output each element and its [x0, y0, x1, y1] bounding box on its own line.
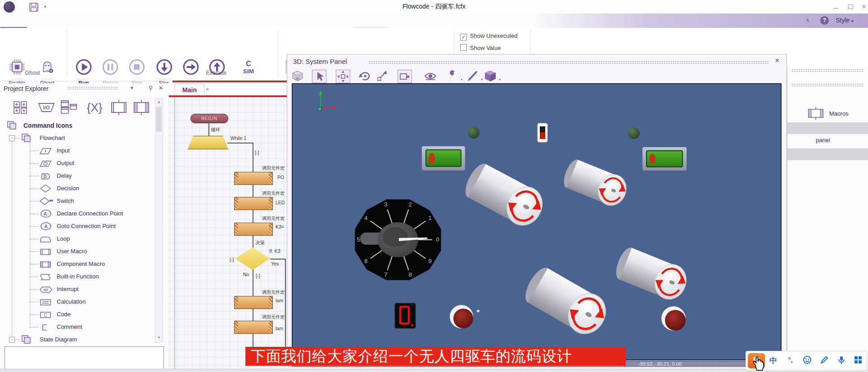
flow-component-macro[interactable] — [234, 197, 273, 210]
sim-icon: CSIM — [239, 58, 258, 76]
3d-viewport[interactable]: 0123456789 — [292, 83, 782, 360]
flow-macro-name: K3= — [276, 224, 284, 229]
flow-component-macro[interactable] — [234, 223, 273, 236]
chip-icon — [8, 58, 27, 76]
3d-tool-cube3d-icon[interactable]: 3D — [291, 70, 304, 82]
explorer-pin-icon[interactable]: ⚲ — [149, 85, 153, 91]
checkbox-show-value[interactable]: Show Value — [460, 44, 501, 51]
maximize-button[interactable] — [845, 3, 856, 11]
close-button[interactable]: ✕ — [858, 3, 868, 11]
style-caret-icon: ▾ — [851, 19, 854, 23]
explorer-tool-icon-4[interactable] — [109, 100, 129, 117]
flow-connector — [227, 143, 253, 143]
flow-component-macro[interactable] — [234, 321, 273, 334]
3d-tool-move-icon[interactable] — [336, 70, 350, 83]
flow-component-macro[interactable] — [234, 296, 273, 309]
checkbox-icon[interactable] — [460, 44, 467, 51]
right-panel-drag-dots[interactable] — [791, 83, 863, 87]
ime-pen-icon[interactable] — [816, 355, 833, 367]
seven-segment-display — [395, 303, 416, 328]
flow-yes-spine — [285, 259, 286, 347]
explorer-tool-icon-1[interactable]: I/O — [36, 100, 57, 117]
right-panel-row-panel[interactable]: panel — [816, 137, 830, 143]
3d-tool-rotate-icon[interactable] — [358, 70, 372, 82]
checkbox-icon[interactable]: ✓ — [460, 34, 467, 40]
declare-cp-icon: A: — [40, 210, 52, 222]
output-icon — [40, 159, 51, 172]
ime-punct-icon[interactable]: °‚ — [782, 355, 799, 367]
3d-system-panel-window[interactable]: 3D: System Panel ✕ 3D▾▾▾ 0123456789 -93.… — [287, 54, 787, 367]
axis-indicator — [318, 90, 337, 111]
ghost-icon — [38, 58, 57, 76]
3d-tool-brush-icon[interactable]: ▾ — [466, 70, 479, 82]
user-macro-icon — [40, 247, 51, 260]
ribbon-group-execute: Execute — [206, 70, 226, 76]
flow-begin[interactable]: BEGIN — [190, 114, 228, 123]
svg-text:9: 9 — [429, 258, 432, 264]
ime-icons: 中°‚ — [765, 355, 867, 367]
svg-text:7: 7 — [384, 271, 387, 278]
3d-tool-wrench-icon[interactable]: ▾ — [445, 70, 459, 82]
flow-macro-name: PO — [277, 175, 284, 180]
tree-expander[interactable]: − — [9, 135, 15, 141]
3d-tool-eye-icon[interactable] — [424, 70, 437, 82]
ime-smiley-icon[interactable] — [799, 355, 816, 367]
svg-text:INT: INT — [43, 288, 49, 291]
tree-scrollbar[interactable]: ▲ ▼ — [155, 98, 163, 343]
tree-guide — [30, 151, 39, 151]
tab-close-icon[interactable]: × — [206, 86, 209, 93]
tree-guide — [30, 226, 39, 227]
3d-panel-drag-dots[interactable] — [368, 61, 769, 64]
svg-text:D: D — [43, 174, 46, 179]
explorer-toolbar: I/O{X} — [0, 98, 169, 118]
minimize-button[interactable] — [830, 3, 842, 11]
flow-macro-name: lam — [276, 298, 283, 303]
tab-main[interactable]: Main — [175, 84, 204, 96]
3d-scene: 0123456789 — [293, 84, 781, 359]
3d-coordinates: -93.52, -30.21, 0.00 — [638, 361, 682, 367]
svg-text:{X}: {X} — [87, 101, 103, 114]
rocker-switch — [538, 123, 547, 142]
ime-mic-icon[interactable] — [833, 355, 850, 367]
3d-tool-select-icon[interactable] — [312, 70, 326, 83]
ime-grid-icon[interactable] — [850, 355, 867, 367]
scroll-down-icon[interactable]: ▼ — [155, 334, 163, 341]
green-led-sphere — [468, 127, 479, 139]
tree-expander[interactable]: − — [9, 337, 15, 343]
flow-decision[interactable] — [235, 247, 270, 270]
pages-icon — [21, 133, 32, 147]
scroll-up-icon[interactable]: ▲ — [155, 99, 163, 106]
explorer-drag-dots[interactable] — [68, 86, 118, 90]
style-menu[interactable]: Style ▾ — [836, 17, 854, 24]
flow-collapse[interactable]: [-] — [255, 150, 259, 155]
pause-icon — [101, 58, 120, 76]
explorer-tool-icon-0[interactable] — [11, 100, 29, 117]
3d-tool-region-icon[interactable] — [398, 70, 412, 83]
scroll-thumb[interactable] — [156, 107, 162, 132]
3d-tool-scale-icon[interactable] — [375, 70, 389, 82]
flow-collapse[interactable]: [-] — [230, 257, 234, 262]
flow-if-label: If. K3 — [269, 248, 280, 254]
explorer-close-icon[interactable]: ✕ — [158, 85, 163, 91]
ribbon-collapse-icon[interactable]: ∧ — [806, 17, 809, 23]
flow-component-macro[interactable] — [234, 172, 273, 185]
window-title: Flowcode - 四驱车.fcfx — [0, 3, 868, 11]
explorer-tool-icon-3[interactable]: {X} — [84, 100, 105, 117]
checkbox-show-unexecuted[interactable]: ✓Show Unexecuted — [460, 32, 518, 40]
flow-collapse[interactable]: [-] — [256, 273, 260, 278]
explorer-menu-caret-icon[interactable]: ▼ — [130, 85, 134, 90]
flow-decision-label: 决策 — [255, 240, 265, 246]
flow-macro-name: lam — [276, 326, 283, 331]
explorer-tool-icon-2[interactable] — [59, 100, 79, 117]
right-panel-row[interactable] — [787, 122, 868, 134]
ime-lang-icon[interactable]: 中 — [765, 355, 782, 367]
3d-tool-box-icon[interactable]: ▾ — [484, 70, 497, 82]
right-panel-drag-dots[interactable] — [791, 69, 863, 72]
right-panel-row[interactable] — [787, 148, 868, 160]
explorer-tool-icon-5[interactable] — [131, 100, 151, 117]
help-icon[interactable]: ? — [820, 16, 829, 25]
flow-loop[interactable] — [188, 136, 228, 149]
taskbar-edge[interactable] — [0, 369, 868, 372]
3d-panel-close-icon[interactable]: ✕ — [775, 57, 780, 64]
component-macro-icon — [40, 260, 51, 273]
